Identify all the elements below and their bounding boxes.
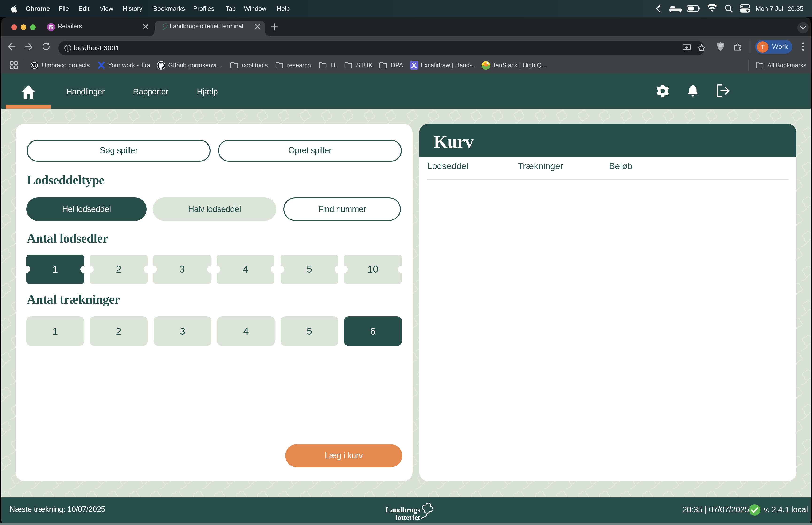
svg-text:3: 3 <box>179 264 185 275</box>
svg-text:2: 2 <box>116 264 121 275</box>
svg-text:1: 1 <box>52 264 58 275</box>
svg-text:10: 10 <box>367 264 379 275</box>
svg-text:5: 5 <box>307 264 312 275</box>
svg-text:4: 4 <box>243 264 248 275</box>
